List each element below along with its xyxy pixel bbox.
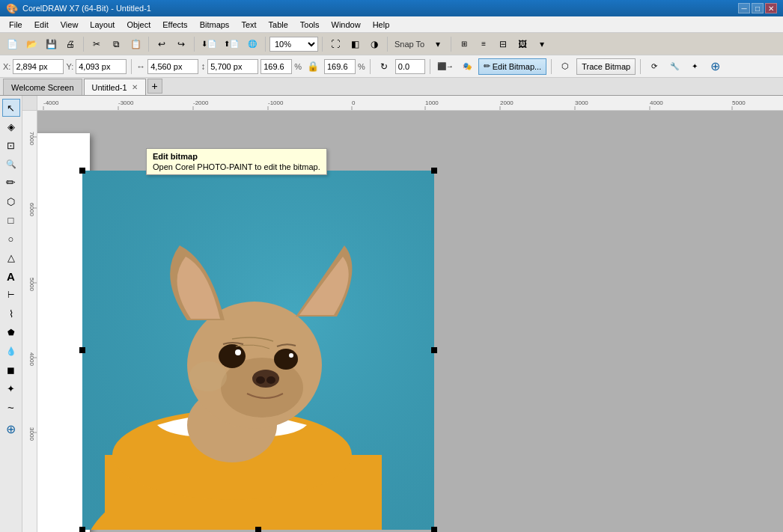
height-input[interactable] [207,59,258,74]
crop-tool[interactable]: ⊡ [2,136,20,154]
import-button[interactable]: ⬇📄 [198,35,219,53]
svg-point-39 [256,376,265,384]
new-button[interactable]: 📄 [3,35,21,53]
eyedropper-tool[interactable]: 💧 [2,342,20,360]
open-button[interactable]: 📂 [22,35,40,53]
full-screen-button[interactable]: ⛶ [326,35,344,53]
zoom-tool[interactable]: 🔍 [2,155,20,173]
width-input[interactable] [147,59,198,74]
angle-input[interactable] [395,59,425,74]
paste-button[interactable]: 📋 [127,35,144,53]
menu-window[interactable]: Window [326,16,367,32]
svg-point-40 [266,376,275,384]
minimize-button[interactable]: ─ [738,3,750,13]
smart-fill-tool[interactable]: ⬡ [2,192,20,210]
handle-ml[interactable] [79,347,85,353]
sep-angle [370,59,371,74]
view-mode2-button[interactable]: ◑ [365,35,383,53]
menu-view[interactable]: View [55,16,85,32]
display-mode-button[interactable]: ▾ [533,35,551,53]
menu-table[interactable]: Table [263,16,294,32]
shape-tool[interactable]: ◈ [2,117,20,135]
edit-bitmap-button[interactable]: ✏ Edit Bitmap... [478,58,546,75]
handle-tl[interactable] [79,168,85,174]
close-button[interactable]: ✕ [765,3,777,13]
sep2-bitmap [640,59,641,74]
artistic-media-tool[interactable]: ~ [2,398,20,416]
menu-bitmaps[interactable]: Bitmaps [194,16,236,32]
export-button[interactable]: ⬆📄 [221,35,242,53]
bitmap-color-mask-button[interactable]: 🎭 [458,58,476,76]
handle-tr[interactable] [431,168,437,174]
pct-label2: % [358,62,365,71]
tab-close-icon[interactable]: ✕ [132,83,138,91]
view-mode-button[interactable]: ◧ [346,35,364,53]
copy-button[interactable]: ⧉ [107,35,125,53]
polygon-tool[interactable]: △ [2,248,20,266]
trace-bitmap-button[interactable]: Trace Bitmap [576,58,636,75]
convert-to-bitmap-button[interactable]: ⬛→ [435,58,456,76]
tab-add-button[interactable]: + [147,79,162,94]
handle-mr[interactable] [431,347,437,353]
x-input[interactable] [13,59,64,74]
menu-tools[interactable]: Tools [294,16,326,32]
undo-button[interactable]: ↩ [153,35,171,53]
handle-br[interactable] [431,527,437,532]
svg-point-41 [219,344,246,368]
menu-text[interactable]: Text [235,16,262,32]
ruler-vertical: 7000 6000 5000 4000 3000 [22,111,37,532]
publish-button[interactable]: 🌐 [243,35,261,53]
zoom-select[interactable]: 10% 25% 50% 75% 100% [269,37,318,52]
bitmap-effects-button[interactable]: ✦ [686,58,704,76]
svg-point-43 [235,349,241,355]
scale-x-input[interactable] [261,59,292,74]
svg-point-38 [252,370,279,388]
save-button[interactable]: 💾 [42,35,60,53]
snap-objects-button[interactable]: ⊞ [455,35,473,53]
sep-bitmap [430,59,430,74]
snap-dropdown[interactable]: ▾ [429,35,447,53]
tab-document[interactable]: Untitled-1 ✕ [84,79,146,95]
svg-text:2000: 2000 [500,100,514,106]
text-tool[interactable]: A [2,267,20,285]
menu-object[interactable]: Object [121,16,156,32]
svg-text:0: 0 [352,100,356,106]
width-icon: ↔ [136,61,145,72]
menu-edit[interactable]: Edit [28,16,55,32]
y-input[interactable] [76,59,127,74]
cut-button[interactable]: ✂ [88,35,106,53]
menu-effects[interactable]: Effects [156,16,193,32]
correction-button[interactable]: 🔧 [665,58,683,76]
tab-welcome[interactable]: Welcome Screen [3,79,82,95]
menu-layout[interactable]: Layout [84,16,121,32]
select-tool[interactable]: ↖ [2,99,20,117]
lock-ratio-button[interactable]: 🔒 [304,58,322,76]
ellipse-tool[interactable]: ○ [2,230,20,248]
align-button[interactable]: ≡ [475,35,493,53]
image-container[interactable] [82,171,434,530]
handle-bm[interactable] [255,527,261,532]
straighten-button[interactable]: ⟳ [645,58,663,76]
smart-drawing-tool[interactable]: ✦ [2,379,20,397]
svg-text:7000: 7000 [28,132,35,145]
canvas[interactable]: Edit bitmap Open Corel PHOTO-PAINT to ed… [37,111,783,532]
svg-text:-3000: -3000 [118,100,134,106]
dynamic-guides-button[interactable]: ⊟ [494,35,512,53]
print-button[interactable]: 🖨 [61,35,79,53]
toolbox-add-button[interactable]: ⊕ [2,420,20,438]
page-display-button[interactable]: 🖼 [514,35,531,53]
add-property[interactable]: ⊕ [706,58,724,76]
rectangle-tool[interactable]: □ [2,211,20,229]
redo-button[interactable]: ↪ [172,35,190,53]
trace-icon: ⬡ [556,58,574,76]
maximize-button[interactable]: □ [752,3,764,13]
handle-bl[interactable] [79,527,85,532]
freehand-tool[interactable]: ✏ [2,174,20,192]
dimension-tool[interactable]: ⊢ [2,286,20,304]
menu-help[interactable]: Help [367,16,396,32]
menu-file[interactable]: File [3,16,28,32]
blend-tool[interactable]: ⬟ [2,323,20,341]
connector-tool[interactable]: ⌇ [2,305,20,322]
fill-tool[interactable]: ◼ [2,361,20,379]
scale-y-input[interactable] [324,59,356,74]
